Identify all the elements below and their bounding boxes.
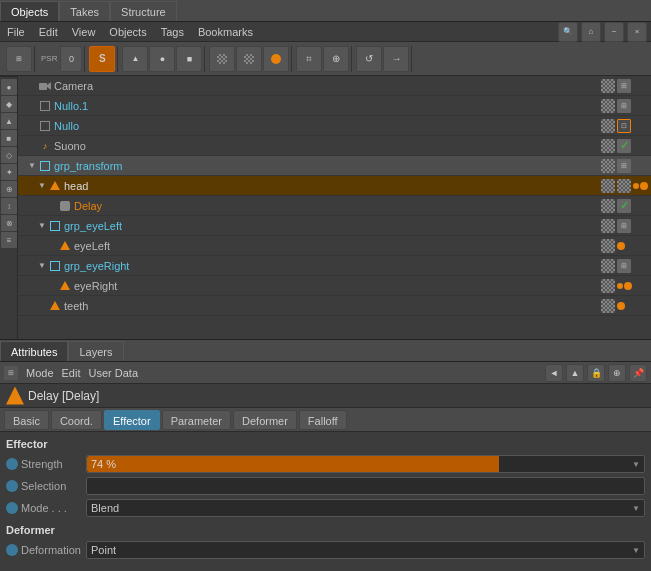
attr-up-btn[interactable]: ▲ [566,364,584,382]
tag-icon [601,99,615,113]
tree-right-icons [601,279,651,293]
attr-tabs-bar: Basic Coord. Effector Parameter Deformer… [0,408,651,432]
toolbar-curve-btn[interactable]: ⌗ [296,46,322,72]
deformation-dropdown[interactable]: Point ▼ [86,541,645,559]
toolbar-arrow-btn[interactable]: → [383,46,409,72]
toolbar-tag-btn[interactable]: ⊕ [323,46,349,72]
vt-btn-5[interactable]: ◇ [1,147,17,163]
tree-row[interactable]: Delay ✓ [18,196,651,216]
tab-attributes[interactable]: Attributes [0,341,68,361]
tree-row[interactable]: ▼ grp_eyeRight ⊞ [18,256,651,276]
menu-objects[interactable]: Objects [106,26,149,38]
tree-row[interactable]: teeth [18,296,651,316]
tree-row[interactable]: ▼ head [18,176,651,196]
vt-btn-4[interactable]: ■ [1,130,17,146]
tree-right-icons: ✓ [601,199,651,213]
expand-icon [26,120,38,132]
tree-item-label: head [64,180,601,192]
mode-dropdown[interactable]: Blend ▼ [86,499,645,517]
vt-btn-2[interactable]: ◆ [1,96,17,112]
tree-row[interactable]: ▼ grp_eyeLeft ⊞ [18,216,651,236]
menu-file[interactable]: File [4,26,28,38]
deformation-chevron-icon: ▼ [632,546,640,555]
menu-bookmarks[interactable]: Bookmarks [195,26,256,38]
vt-btn-10[interactable]: ≡ [1,232,17,248]
toolbar-grid-icon[interactable]: ⊞ [6,46,32,72]
attr-toolbar-right: ◄ ▲ 🔒 ⊕ 📌 [545,364,647,382]
tab-effector[interactable]: Effector [104,410,160,430]
bottom-tab-bar: Attributes Layers [0,340,651,362]
toolbar-refresh-btn[interactable]: ↺ [356,46,382,72]
strength-input[interactable]: 74 % ▼ [86,455,645,473]
tab-objects[interactable]: Objects [0,1,59,21]
vt-btn-8[interactable]: ↕ [1,198,17,214]
selection-label: Selection [6,480,86,492]
toolbar-check2-btn[interactable] [236,46,262,72]
vt-btn-7[interactable]: ⊕ [1,181,17,197]
tab-structure[interactable]: Structure [110,1,177,21]
attr-back-btn[interactable]: ◄ [545,364,563,382]
tree-row[interactable]: Nullo.1 ⊞ [18,96,651,116]
tab-deformer[interactable]: Deformer [233,410,297,430]
tag-icon [601,79,615,93]
attr-row-mode: Mode . . . Blend ▼ [6,498,645,518]
close-icon[interactable]: × [627,22,647,42]
tree-row[interactable]: ♪ Suono ✓ [18,136,651,156]
expand-icon [46,280,58,292]
tab-falloff[interactable]: Falloff [299,410,347,430]
camera-icon [38,79,52,93]
menu-edit[interactable]: Edit [36,26,61,38]
search-icon[interactable]: 🔍 [558,22,578,42]
expand-icon: ▼ [26,160,38,172]
menu-view[interactable]: View [69,26,99,38]
expand-icon [36,300,48,312]
toolbar-s-btn[interactable]: S [89,46,115,72]
tree-row[interactable]: Nullo ⊡ [18,116,651,136]
selection-input[interactable] [86,477,645,495]
menu-tags[interactable]: Tags [158,26,187,38]
toolbar-dot-btn[interactable] [263,46,289,72]
tab-layers[interactable]: Layers [68,341,123,361]
vt-btn-1[interactable]: ● [1,79,17,95]
tab-takes[interactable]: Takes [59,1,110,21]
dot-icons [617,282,632,290]
vt-btn-9[interactable]: ⊗ [1,215,17,231]
null-icon [48,219,62,233]
minus-icon[interactable]: − [604,22,624,42]
tree-row[interactable]: eyeRight [18,276,651,296]
attr-userdata-menu[interactable]: User Data [89,367,139,379]
null-icon [38,99,52,113]
vt-btn-6[interactable]: ✦ [1,164,17,180]
attr-settings-btn[interactable]: ⊕ [608,364,626,382]
mode-value: Blend [91,502,119,514]
tree-row[interactable]: eyeLeft [18,236,651,256]
null-icon [48,259,62,273]
tab-coord[interactable]: Coord. [51,410,102,430]
tree-row[interactable]: Camera ⊞ [18,76,651,96]
toolbar-tri-btn[interactable]: ▲ [122,46,148,72]
toolbar-checker-btn[interactable] [209,46,235,72]
attr-pin-btn[interactable]: 📌 [629,364,647,382]
attr-mode-menu[interactable]: Mode [26,367,54,379]
attr-lock-btn[interactable]: 🔒 [587,364,605,382]
vt-btn-3[interactable]: ▲ [1,113,17,129]
attr-edit-menu[interactable]: Edit [62,367,81,379]
tree-row[interactable]: ▼ grp_transform ⊞ [18,156,651,176]
attr-row-strength: Strength 74 % ▼ [6,454,645,474]
svg-marker-1 [47,82,51,90]
psr-zero-btn[interactable]: 0 [60,46,82,72]
objects-list: ● ◆ ▲ ■ ◇ ✦ ⊕ ↕ ⊗ ≡ Camera ⊞ [0,76,651,339]
toolbar-sq-btn[interactable]: ■ [176,46,202,72]
tree-item-label: Suono [54,140,601,152]
expand-icon: ▼ [36,220,48,232]
vis-icon: ⊞ [617,219,631,233]
objects-tree[interactable]: Camera ⊞ Nullo.1 ⊞ [18,76,651,339]
mode-chevron-icon: ▼ [632,504,640,513]
dot-icons [633,182,648,190]
expand-icon [46,240,58,252]
tab-basic[interactable]: Basic [4,410,49,430]
tab-parameter[interactable]: Parameter [162,410,231,430]
home-icon[interactable]: ⌂ [581,22,601,42]
expand-icon [26,100,38,112]
toolbar-circle-btn[interactable]: ● [149,46,175,72]
